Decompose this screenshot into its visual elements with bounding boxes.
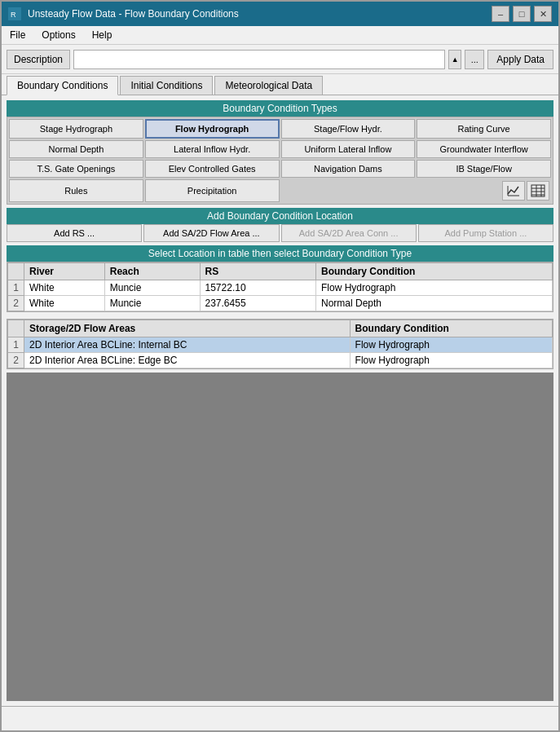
- window-title: Unsteady Flow Data - Flow Boundary Condi…: [28, 8, 485, 20]
- description-input[interactable]: [73, 50, 445, 69]
- add-sa-2d-conn-button[interactable]: Add SA/2D Area Conn ...: [281, 224, 417, 242]
- bc-precipitation[interactable]: Precipitation: [145, 179, 280, 202]
- tab-meteorological-data[interactable]: Meteorological Data: [214, 76, 323, 95]
- tab-boundary-conditions[interactable]: Boundary Conditions: [7, 76, 118, 95]
- empty-area: [7, 373, 553, 701]
- row-1-river: White: [24, 280, 105, 296]
- main-content: Boundary Condition Types Stage Hydrograp…: [2, 95, 558, 706]
- storage-table: Storage/2D Flow Areas Boundary Condition…: [7, 320, 553, 368]
- bc-normal-depth[interactable]: Normal Depth: [9, 140, 143, 158]
- storage-col-num: [8, 320, 24, 337]
- row-1-bc: Flow Hydrograph: [316, 280, 553, 296]
- add-buttons-row: Add RS ... Add SA/2D Flow Area ... Add S…: [7, 224, 553, 242]
- row-1-rs: 15722.10: [200, 280, 316, 296]
- bc-types-grid: Stage Hydrograph Flow Hydrograph Stage/F…: [7, 117, 553, 205]
- apply-data-button[interactable]: Apply Data: [487, 50, 553, 69]
- bc-row-2: Normal Depth Lateral Inflow Hydr. Unifor…: [9, 140, 551, 158]
- col-num: [8, 263, 24, 280]
- bc-ib-stage-flow[interactable]: IB Stage/Flow: [417, 160, 551, 178]
- bc-uniform-lateral[interactable]: Uniform Lateral Inflow: [281, 140, 416, 158]
- storage-col-bc: Boundary Condition: [350, 320, 552, 337]
- bc-empty-cell: [281, 179, 416, 202]
- row-2-num: 2: [8, 296, 24, 311]
- bc-rating-curve[interactable]: Rating Curve: [417, 119, 551, 139]
- status-bar: [2, 706, 558, 730]
- maximize-button[interactable]: □: [513, 6, 531, 22]
- bc-row-3: T.S. Gate Openings Elev Controlled Gates…: [9, 160, 551, 178]
- row-1-num: 1: [8, 280, 24, 296]
- select-section-header: Select Location in table then select Bou…: [7, 245, 553, 262]
- storage-row-2-num: 2: [8, 353, 24, 368]
- bc-navigation-dams[interactable]: Navigation Dams: [281, 160, 416, 178]
- bc-stage-flow-hydr[interactable]: Stage/Flow Hydr.: [281, 119, 416, 139]
- bc-rules[interactable]: Rules: [9, 179, 143, 202]
- main-window: R Unsteady Flow Data - Flow Boundary Con…: [0, 0, 560, 732]
- table-row[interactable]: 1 2D Interior Area BCLine: Internal BC F…: [8, 337, 553, 353]
- icon-row: [417, 179, 551, 202]
- storage-section: Storage/2D Flow Areas Boundary Condition…: [7, 319, 553, 369]
- bc-elev-controlled[interactable]: Elev Controlled Gates: [145, 160, 280, 178]
- table-icon-button[interactable]: [527, 181, 549, 201]
- bc-flow-hydrograph[interactable]: Flow Hydrograph: [145, 119, 280, 139]
- storage-row-1-bc: Flow Hydrograph: [350, 337, 552, 353]
- table-row[interactable]: 1 White Muncie 15722.10 Flow Hydrograph: [8, 280, 553, 296]
- bc-types-section: Boundary Condition Types Stage Hydrograp…: [7, 100, 553, 205]
- bc-lateral-inflow[interactable]: Lateral Inflow Hydr.: [145, 140, 280, 158]
- storage-row-1-num: 1: [8, 337, 24, 353]
- col-rs: RS: [200, 263, 316, 280]
- description-label: Description: [7, 50, 70, 69]
- close-button[interactable]: ✕: [534, 6, 552, 22]
- row-2-rs: 237.6455: [200, 296, 316, 311]
- col-bc: Boundary Condition: [316, 263, 553, 280]
- storage-row-2-area: 2D Interior Area BCLine: Edge BC: [24, 353, 351, 368]
- ellipsis-button[interactable]: ...: [465, 50, 484, 69]
- toolbar: Description ▲ ... Apply Data: [2, 45, 558, 74]
- table-row[interactable]: 2 White Muncie 237.6455 Normal Depth: [8, 296, 553, 311]
- row-2-river: White: [24, 296, 105, 311]
- spin-up-button[interactable]: ▲: [448, 50, 461, 69]
- menu-file[interactable]: File: [5, 28, 30, 42]
- bc-row-1: Stage Hydrograph Flow Hydrograph Stage/F…: [9, 119, 551, 139]
- storage-col-area: Storage/2D Flow Areas: [24, 320, 351, 337]
- table-row[interactable]: 2 2D Interior Area BCLine: Edge BC Flow …: [8, 353, 553, 368]
- svg-text:R: R: [11, 11, 16, 19]
- select-location-section: Select Location in table then select Bou…: [7, 245, 553, 312]
- minimize-button[interactable]: –: [492, 6, 509, 22]
- menu-bar: File Options Help: [2, 26, 558, 45]
- row-2-bc: Normal Depth: [316, 296, 553, 311]
- bc-stage-hydrograph[interactable]: Stage Hydrograph: [9, 119, 143, 139]
- tabs-bar: Boundary Conditions Initial Conditions M…: [2, 74, 558, 95]
- bc-types-header: Boundary Condition Types: [7, 100, 553, 117]
- menu-options[interactable]: Options: [37, 28, 80, 42]
- river-table-container: River Reach RS Boundary Condition 1 Whit…: [7, 262, 553, 312]
- bc-row-4: Rules Precipitation: [9, 179, 551, 202]
- add-rs-button[interactable]: Add RS ...: [7, 224, 142, 242]
- chart-icon-button[interactable]: [502, 181, 525, 201]
- storage-row-1-area: 2D Interior Area BCLine: Internal BC: [24, 337, 351, 353]
- add-sa-2d-flow-button[interactable]: Add SA/2D Flow Area ...: [143, 224, 279, 242]
- col-river: River: [24, 263, 105, 280]
- app-icon: R: [8, 7, 21, 20]
- add-pump-station-button[interactable]: Add Pump Station ...: [418, 224, 553, 242]
- window-controls: – □ ✕: [492, 6, 552, 22]
- menu-help[interactable]: Help: [87, 28, 117, 42]
- storage-table-container: Storage/2D Flow Areas Boundary Condition…: [7, 319, 553, 369]
- row-1-reach: Muncie: [104, 280, 200, 296]
- row-2-reach: Muncie: [104, 296, 200, 311]
- col-reach: Reach: [104, 263, 200, 280]
- bc-ts-gate[interactable]: T.S. Gate Openings: [9, 160, 143, 178]
- bc-groundwater[interactable]: Groundwater Interflow: [417, 140, 551, 158]
- storage-row-2-bc: Flow Hydrograph: [350, 353, 552, 368]
- river-table: River Reach RS Boundary Condition 1 Whit…: [7, 262, 553, 311]
- title-bar: R Unsteady Flow Data - Flow Boundary Con…: [2, 2, 558, 26]
- add-bc-header: Add Boundary Condition Location: [7, 208, 553, 224]
- tab-initial-conditions[interactable]: Initial Conditions: [120, 76, 213, 95]
- add-bc-section: Add Boundary Condition Location Add RS .…: [7, 208, 553, 242]
